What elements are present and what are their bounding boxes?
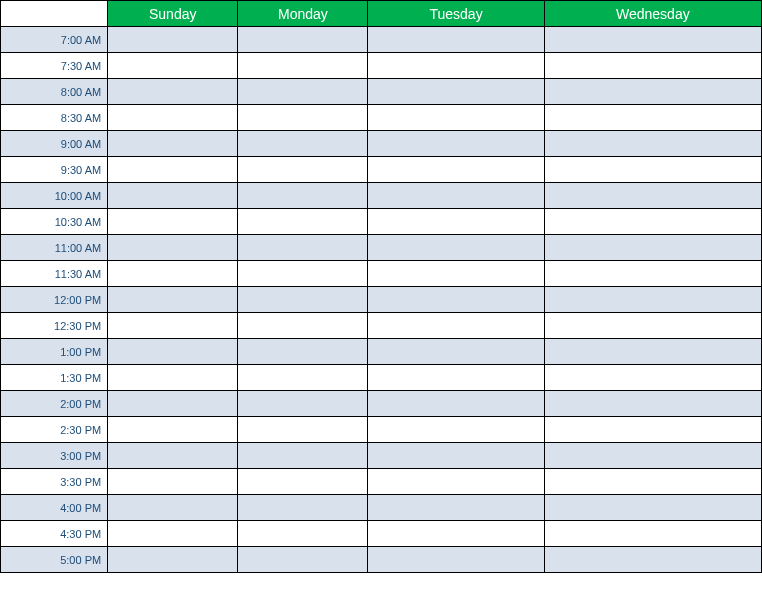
cell[interactable] bbox=[544, 547, 761, 573]
cell[interactable] bbox=[544, 235, 761, 261]
cell[interactable] bbox=[108, 495, 238, 521]
cell[interactable] bbox=[368, 521, 544, 547]
table-row: 3:00 PM bbox=[1, 443, 762, 469]
cell[interactable] bbox=[368, 79, 544, 105]
cell[interactable] bbox=[108, 235, 238, 261]
cell[interactable] bbox=[108, 287, 238, 313]
cell[interactable] bbox=[238, 209, 368, 235]
cell[interactable] bbox=[544, 313, 761, 339]
cell[interactable] bbox=[368, 235, 544, 261]
cell[interactable] bbox=[544, 443, 761, 469]
cell[interactable] bbox=[368, 495, 544, 521]
cell[interactable] bbox=[544, 157, 761, 183]
cell[interactable] bbox=[238, 521, 368, 547]
table-row: 4:00 PM bbox=[1, 495, 762, 521]
cell[interactable] bbox=[238, 261, 368, 287]
cell[interactable] bbox=[238, 365, 368, 391]
header-day-monday: Monday bbox=[238, 1, 368, 27]
cell[interactable] bbox=[544, 365, 761, 391]
table-row: 9:30 AM bbox=[1, 157, 762, 183]
cell[interactable] bbox=[544, 209, 761, 235]
cell[interactable] bbox=[368, 105, 544, 131]
cell[interactable] bbox=[108, 53, 238, 79]
cell[interactable] bbox=[108, 209, 238, 235]
time-label: 1:30 PM bbox=[1, 365, 108, 391]
cell[interactable] bbox=[108, 339, 238, 365]
cell[interactable] bbox=[108, 417, 238, 443]
cell[interactable] bbox=[368, 287, 544, 313]
cell[interactable] bbox=[544, 339, 761, 365]
cell[interactable] bbox=[238, 157, 368, 183]
cell[interactable] bbox=[544, 469, 761, 495]
cell[interactable] bbox=[238, 287, 368, 313]
table-row: 5:00 PM bbox=[1, 547, 762, 573]
cell[interactable] bbox=[544, 105, 761, 131]
cell[interactable] bbox=[108, 521, 238, 547]
cell[interactable] bbox=[238, 79, 368, 105]
cell[interactable] bbox=[368, 53, 544, 79]
cell[interactable] bbox=[368, 157, 544, 183]
cell[interactable] bbox=[368, 183, 544, 209]
table-row: 12:30 PM bbox=[1, 313, 762, 339]
cell[interactable] bbox=[368, 365, 544, 391]
cell[interactable] bbox=[108, 131, 238, 157]
cell[interactable] bbox=[544, 287, 761, 313]
cell[interactable] bbox=[368, 469, 544, 495]
cell[interactable] bbox=[238, 339, 368, 365]
cell[interactable] bbox=[368, 443, 544, 469]
cell[interactable] bbox=[368, 313, 544, 339]
cell[interactable] bbox=[238, 547, 368, 573]
cell[interactable] bbox=[238, 53, 368, 79]
cell[interactable] bbox=[368, 391, 544, 417]
cell[interactable] bbox=[238, 495, 368, 521]
cell[interactable] bbox=[108, 443, 238, 469]
cell[interactable] bbox=[238, 105, 368, 131]
cell[interactable] bbox=[108, 313, 238, 339]
cell[interactable] bbox=[238, 131, 368, 157]
cell[interactable] bbox=[238, 417, 368, 443]
cell[interactable] bbox=[544, 27, 761, 53]
cell[interactable] bbox=[238, 235, 368, 261]
cell[interactable] bbox=[238, 27, 368, 53]
cell[interactable] bbox=[544, 183, 761, 209]
cell[interactable] bbox=[108, 469, 238, 495]
cell[interactable] bbox=[368, 417, 544, 443]
cell[interactable] bbox=[544, 53, 761, 79]
header-day-wednesday: Wednesday bbox=[544, 1, 761, 27]
time-label: 11:30 AM bbox=[1, 261, 108, 287]
cell[interactable] bbox=[108, 183, 238, 209]
cell[interactable] bbox=[108, 365, 238, 391]
cell[interactable] bbox=[368, 547, 544, 573]
cell[interactable] bbox=[238, 183, 368, 209]
cell[interactable] bbox=[108, 261, 238, 287]
cell[interactable] bbox=[238, 443, 368, 469]
cell[interactable] bbox=[544, 261, 761, 287]
cell[interactable] bbox=[108, 105, 238, 131]
table-row: 11:30 AM bbox=[1, 261, 762, 287]
cell[interactable] bbox=[238, 391, 368, 417]
cell[interactable] bbox=[544, 131, 761, 157]
cell[interactable] bbox=[368, 209, 544, 235]
schedule-table: Sunday Monday Tuesday Wednesday 7:00 AM … bbox=[0, 0, 762, 573]
cell[interactable] bbox=[368, 339, 544, 365]
cell[interactable] bbox=[108, 547, 238, 573]
time-label: 8:00 AM bbox=[1, 79, 108, 105]
time-label: 10:30 AM bbox=[1, 209, 108, 235]
cell[interactable] bbox=[544, 391, 761, 417]
cell[interactable] bbox=[108, 79, 238, 105]
cell[interactable] bbox=[544, 417, 761, 443]
cell[interactable] bbox=[108, 391, 238, 417]
cell[interactable] bbox=[108, 27, 238, 53]
cell[interactable] bbox=[544, 79, 761, 105]
header-row: Sunday Monday Tuesday Wednesday bbox=[1, 1, 762, 27]
time-label: 9:00 AM bbox=[1, 131, 108, 157]
cell[interactable] bbox=[368, 261, 544, 287]
table-row: 7:00 AM bbox=[1, 27, 762, 53]
cell[interactable] bbox=[368, 131, 544, 157]
cell[interactable] bbox=[238, 469, 368, 495]
cell[interactable] bbox=[368, 27, 544, 53]
cell[interactable] bbox=[238, 313, 368, 339]
cell[interactable] bbox=[544, 521, 761, 547]
cell[interactable] bbox=[544, 495, 761, 521]
cell[interactable] bbox=[108, 157, 238, 183]
